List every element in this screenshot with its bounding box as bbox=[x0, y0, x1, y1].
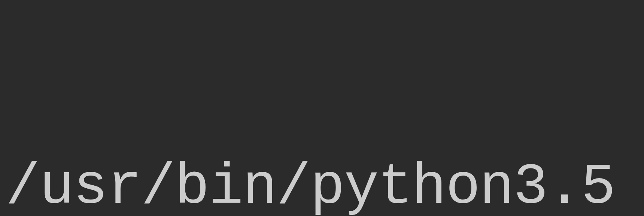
output-line: /usr/bin/python3.5 bbox=[6, 152, 638, 216]
terminal-output: /usr/bin/python3.5 140563937401736 14056… bbox=[6, 7, 638, 216]
